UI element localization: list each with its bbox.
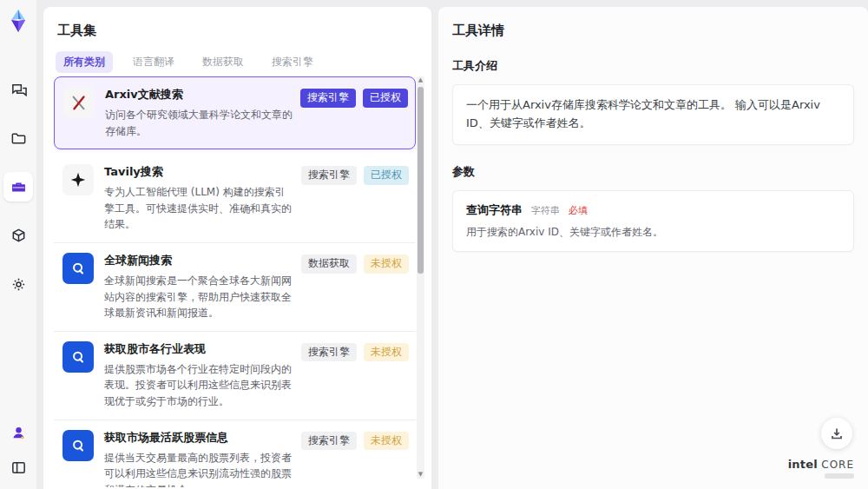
scroll-down-icon[interactable]: ▼ [417,471,424,479]
tool-name: Tavily搜索 [104,164,294,180]
chat-icon[interactable] [3,75,33,104]
tool-name: 获取股市各行业表现 [104,341,294,357]
tool-description: 访问各个研究领域大量科学论文和文章的存储库。 [105,107,293,139]
tab-2[interactable]: 数据获取 [194,51,252,73]
auth-status-badge: 未授权 [364,432,409,451]
tool-list-item[interactable]: Tavily搜索专为人工智能代理 (LLM) 构建的搜索引擎工具。可快速提供实时… [54,155,416,243]
category-badge: 搜索引擎 [301,343,357,362]
category-tabs: 所有类别语言翻译数据获取搜索引擎 [43,39,431,82]
logo-subbar [825,473,854,479]
tool-tags: 搜索引擎已授权 [301,166,409,185]
intel-core-logo: intel CORE [788,458,854,479]
search-q-icon [62,253,94,284]
scroll-thumb[interactable] [418,87,424,274]
param-type: 字符串 [531,205,560,216]
tool-list-item[interactable]: 全球新闻搜索全球新闻搜索是一个聚合全球各大新闻网站内容的搜索引擎，帮助用户快速获… [54,243,416,332]
folder-icon[interactable] [3,123,33,153]
category-badge: 数据获取 [301,254,357,274]
tool-name: 获取市场最活跃股票信息 [104,430,294,446]
tab-1[interactable]: 语言翻译 [125,51,182,73]
toolbox-icon[interactable] [3,172,33,202]
param-required-badge: 必填 [569,205,588,216]
param-box: 查询字符串 字符串 必填 用于搜索的Arxiv ID、关键字或作者姓名。 [452,190,854,252]
scrollbar[interactable]: ▲ ▼ [417,76,424,479]
search-q-icon [62,430,94,461]
cube-icon[interactable] [3,221,33,250]
intro-heading: 工具介绍 [452,58,854,74]
gear-icon[interactable] [3,269,33,299]
arxiv-logo-icon [63,87,95,118]
category-badge: 搜索引擎 [301,432,357,451]
intro-text: 一个用于从Arxiv存储库搜索科学论文和文章的工具。 输入可以是Arxiv ID… [466,96,840,133]
download-button[interactable] [821,418,852,449]
page-title: 工具集 [43,7,431,39]
app-sidebar [0,0,36,489]
tool-list-item[interactable]: 获取股市各行业表现提供股票市场各个行业在特定时间段内的表现。投资者可以利用这些信… [54,332,416,420]
app-logo-icon [6,9,30,33]
auth-status-badge: 已授权 [364,166,409,185]
auth-status-badge: 未授权 [364,254,409,274]
param-name: 查询字符串 [466,203,523,216]
avatar-icon[interactable] [3,421,33,444]
tool-tags: 数据获取未授权 [301,254,409,274]
tool-detail-panel: 工具详情 工具介绍 一个用于从Arxiv存储库搜索科学论文和文章的工具。 输入可… [438,7,868,489]
tool-tags: 搜索引擎已授权 [300,89,408,108]
tab-0[interactable]: 所有类别 [56,51,113,73]
auth-status-badge: 已授权 [363,89,408,108]
tool-list: Arxiv文献搜索访问各个研究领域大量科学论文和文章的存储库。搜索引擎已授权 T… [54,76,416,487]
tool-description: 提供股票市场各个行业在特定时间段内的表现。投资者可以利用这些信息来识别表现优于或… [104,361,293,410]
tool-tags: 搜索引擎未授权 [301,432,409,451]
tool-collection-panel: 工具集 所有类别语言翻译数据获取搜索引擎 Arxiv文献搜索访问各个研究领域大量… [43,7,431,489]
params-heading: 参数 [452,164,854,180]
search-q-icon [62,341,94,373]
sidebar-nav [3,75,33,299]
tool-name: Arxiv文献搜索 [105,87,293,102]
tool-description: 专为人工智能代理 (LLM) 构建的搜索引擎工具。可快速提供实时、准确和真实的结… [104,184,293,233]
intel-wordmark: intel [788,458,818,471]
core-wordmark: CORE [821,459,854,471]
tool-description: 提供当天交易量最高的股票列表，投资者可以利用这些信息来识别流动性强的股票和潜在的… [104,450,293,487]
auth-status-badge: 未授权 [364,343,409,362]
scroll-up-icon[interactable]: ▲ [417,76,424,84]
layout-icon[interactable] [3,456,33,479]
detail-title: 工具详情 [452,23,854,39]
tool-description: 全球新闻搜索是一个聚合全球各大新闻网站内容的搜索引擎，帮助用户快速获取全球最新资… [104,273,293,321]
category-badge: 搜索引擎 [301,166,357,185]
category-badge: 搜索引擎 [300,89,356,108]
tab-3[interactable]: 搜索引擎 [264,51,321,73]
tool-list-item[interactable]: Arxiv文献搜索访问各个研究领域大量科学论文和文章的存储库。搜索引擎已授权 [54,76,416,149]
tool-name: 全球新闻搜索 [104,253,294,268]
tavily-sparkle-icon [62,164,94,195]
param-desc: 用于搜索的Arxiv ID、关键字或作者姓名。 [466,225,840,240]
tool-list-item[interactable]: 获取市场最活跃股票信息提供当天交易量最高的股票列表，投资者可以利用这些信息来识别… [54,420,416,487]
intro-box: 一个用于从Arxiv存储库搜索科学论文和文章的工具。 输入可以是Arxiv ID… [452,84,854,145]
tool-tags: 搜索引擎未授权 [301,343,409,362]
